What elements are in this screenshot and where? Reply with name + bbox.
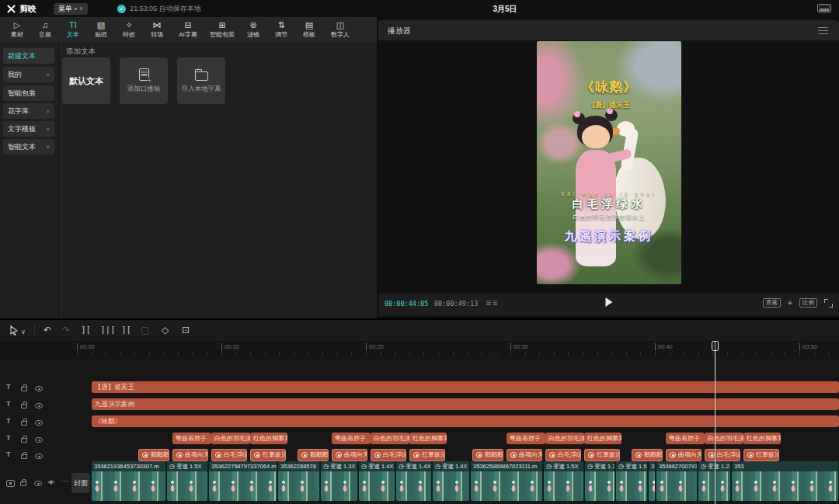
subtitle-clip[interactable]: 弯曲着脖子 — [666, 433, 705, 444]
mask-icon[interactable]: ◇ — [162, 325, 169, 335]
video-clip[interactable]: 353622758797337064.m — [209, 461, 277, 501]
video-clip[interactable]: ◷变速 1.5X — [167, 461, 208, 501]
split-icon[interactable]: ]|[ — [100, 325, 116, 335]
poem-text-clip[interactable]: 白毛浮绿水 — [545, 449, 581, 461]
subtitle-clip[interactable]: 白色的羽毛漂浮 — [211, 433, 250, 444]
eye-visibility-icon[interactable] — [35, 437, 43, 443]
poem-text-clip[interactable]: 白毛浮绿水 — [211, 449, 247, 461]
lock-icon[interactable] — [21, 438, 27, 443]
video-clip[interactable]: ◷变速 1.5X — [544, 461, 584, 501]
poem-text-clip[interactable]: 红掌拨清波 — [743, 449, 779, 461]
toolbar-item-智能包装[interactable]: ⊞智能包装 — [205, 20, 239, 39]
video-clip[interactable]: 353625869867023111.m — [471, 461, 543, 501]
poem-text-clip[interactable]: 红掌拨清波 — [584, 449, 620, 461]
video-clip[interactable]: 353621936453730307.m — [92, 461, 166, 501]
video-clip[interactable]: 35362288578 — [278, 461, 320, 501]
delete-icon[interactable]: ▢ — [141, 325, 149, 335]
sidebar-item-我的[interactable]: 我的∨ — [3, 67, 54, 82]
toolbar-item-AI字幕[interactable]: ⊟AI字幕 — [171, 20, 205, 39]
video-clip[interactable]: 353662700793620600.m — [656, 461, 698, 501]
undo-icon[interactable]: ↶ — [44, 325, 51, 335]
cover-button[interactable]: 封面 — [71, 473, 90, 493]
sidebar-item-花字库[interactable]: 花字库∨ — [3, 103, 54, 119]
text-track-clip[interactable]: 《咏鹅》 — [92, 415, 839, 427]
toolbar-item-特效[interactable]: ✧特效 — [115, 20, 143, 39]
sidebar-item-智能包装[interactable]: 智能包装 — [3, 85, 54, 101]
toolbar-item-素材[interactable]: ▷素材 — [3, 20, 31, 39]
eye-visibility-icon[interactable] — [35, 420, 43, 426]
eye-visibility-icon[interactable] — [35, 386, 43, 391]
subtitle-clip[interactable]: 白色的羽毛漂浮 — [545, 433, 584, 444]
subtitle-clip[interactable]: 红色的脚掌划动 — [250, 433, 287, 444]
lock-icon[interactable] — [21, 454, 27, 459]
default-text-card[interactable]: 默认文本 — [62, 57, 110, 104]
select-cursor-icon[interactable] — [9, 325, 19, 335]
play-button[interactable] — [605, 297, 612, 307]
eye-visibility-icon[interactable] — [34, 481, 42, 486]
toolbar-item-数字人[interactable]: ◫数字人 — [323, 20, 357, 39]
toolbar-item-转场[interactable]: ⋈转场 — [143, 20, 171, 39]
poem-text-clip[interactable]: 曲项向天歌 — [332, 449, 367, 461]
ratio-badge[interactable]: 比例 — [799, 298, 817, 308]
subtitle-clip[interactable]: 弯曲着脖子 — [507, 433, 545, 444]
poem-text-clip[interactable]: 鹅鹅鹅 — [632, 449, 663, 461]
text-track-clip[interactable]: 九遥演示案例 — [92, 398, 839, 410]
redo-icon[interactable]: ↷ — [62, 325, 70, 335]
subtitle-clip[interactable]: 红色的脚掌划动 — [743, 433, 781, 444]
toolbar-item-滤镜[interactable]: ⊚滤镜 — [239, 20, 267, 39]
video-clip[interactable]: ◷变速 1.3 — [585, 461, 615, 501]
sidebar-item-新建文本[interactable]: 新建文本 — [3, 48, 54, 64]
lock-icon[interactable] — [21, 387, 27, 391]
lock-icon[interactable] — [21, 404, 27, 408]
lock-icon[interactable] — [20, 481, 26, 486]
subtitle-clip[interactable]: 红色的脚掌划动 — [584, 433, 621, 444]
subtitle-clip[interactable]: 白色的羽毛漂浮 — [705, 433, 743, 444]
toolbar-item-贴纸[interactable]: ▧贴纸 — [87, 20, 115, 39]
eye-visibility-icon[interactable] — [35, 403, 43, 408]
subtitle-clip[interactable]: 红色的脚掌划动 — [409, 433, 447, 444]
video-clip[interactable]: 35 — [649, 461, 656, 501]
fullscreen-icon[interactable] — [824, 299, 833, 308]
poem-text-clip[interactable]: 红掌拨清波 — [409, 449, 445, 461]
menu-button[interactable]: 菜单 ∨ — [54, 3, 88, 15]
subtitle-clip[interactable]: 白色的羽毛漂浮 — [371, 433, 409, 444]
poem-text-clip[interactable]: 红掌拨清波 — [250, 449, 286, 461]
subtitle-clip[interactable]: 弯曲着脖子 — [172, 433, 211, 444]
split-left-icon[interactable]: ][ — [81, 325, 91, 335]
poem-text-clip[interactable]: 白毛浮绿水 — [705, 449, 740, 461]
video-clip[interactable]: ◷变速 1.4X — [433, 461, 470, 501]
split-right-icon[interactable]: ][ — [121, 325, 131, 335]
text-track-clip[interactable]: 【唐】骆宾王 — [92, 381, 839, 393]
eye-visibility-icon[interactable] — [35, 454, 43, 459]
poem-text-clip[interactable]: 鹅鹅鹅 — [298, 449, 329, 461]
sidebar-item-智能文本[interactable]: 智能文本∨ — [3, 139, 54, 155]
video-clip[interactable]: ◷变速 1.4X — [396, 461, 432, 501]
quality-badge[interactable]: 原画 — [763, 298, 781, 308]
poem-text-clip[interactable]: 曲项向天歌 — [507, 449, 542, 461]
poem-text-clip[interactable]: 鹅鹅鹅 — [138, 449, 169, 461]
toolbar-item-音频[interactable]: ♫音频 — [31, 20, 59, 39]
fit-focus-icon[interactable]: ⌖ — [788, 299, 792, 308]
video-clip[interactable]: ◷变速 1.5X — [616, 461, 648, 501]
subtitle-list-icon[interactable]: ≣≣ — [486, 299, 499, 307]
lock-icon[interactable] — [21, 421, 27, 426]
chevron-down-icon[interactable]: ∨ — [21, 327, 26, 338]
playhead[interactable] — [715, 341, 715, 504]
crop-icon[interactable]: ⊡ — [182, 325, 190, 335]
video-clip[interactable]: ◷变速 1.4X — [359, 461, 395, 501]
subtitle-clip[interactable]: 弯曲着脖子 — [332, 433, 371, 444]
more-options-icon[interactable]: ⋯ — [61, 477, 68, 485]
toolbar-item-调节[interactable]: ⇅调节 — [267, 20, 295, 39]
playhead-handle[interactable] — [712, 341, 719, 351]
poem-text-clip[interactable]: 曲项向天歌 — [666, 449, 701, 461]
keyboard-shortcut-icon[interactable] — [817, 4, 831, 12]
poem-text-clip[interactable]: 鹅鹅鹅 — [472, 449, 503, 461]
video-clip[interactable]: ◷变速 1.3X — [321, 461, 358, 501]
toolbar-item-文本[interactable]: TI文本 — [59, 20, 87, 39]
import-subtitle-card[interactable]: 导入本地字幕 — [177, 57, 225, 104]
toolbar-item-模板[interactable]: ▤模板 — [295, 20, 323, 39]
player-menu-icon[interactable] — [818, 27, 828, 34]
poem-text-clip[interactable]: 白毛浮绿水 — [371, 449, 406, 461]
poem-text-clip[interactable]: 曲项向天歌 — [172, 449, 208, 461]
video-preview[interactable]: 《咏鹅》 【唐】骆宾王 bái máo fú lǜ shuǐ 白毛浮绿水 白色的… — [537, 41, 681, 284]
